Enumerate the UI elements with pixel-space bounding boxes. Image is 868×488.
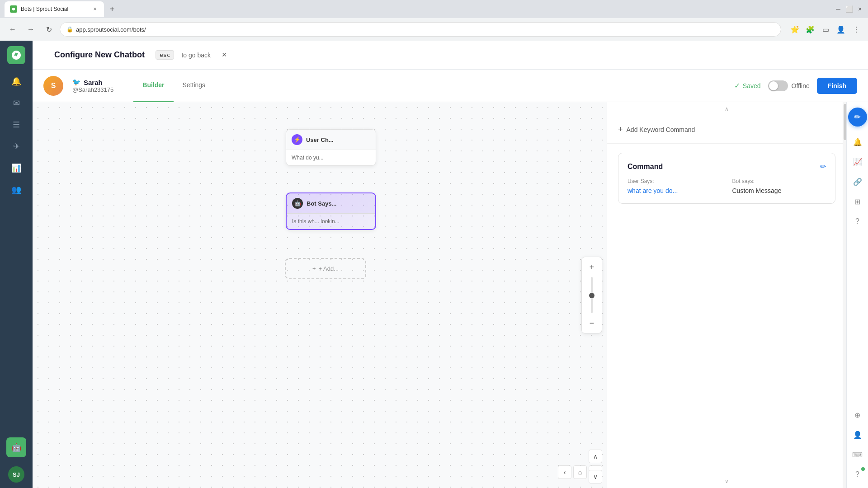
sidebar-item-bots[interactable]: 🤖 [6,437,26,457]
right-toolbar-user-add[interactable]: 👤 [849,427,866,443]
command-title: Command [627,163,663,171]
canvas-nav-prev[interactable]: ‹ [558,465,571,479]
favicon [10,5,17,13]
reload-button[interactable]: ↻ [42,22,56,37]
sidebar-item-publish[interactable]: ✈ [6,136,26,156]
canvas-nav-home[interactable]: ⌂ [573,465,587,479]
forward-button[interactable]: → [24,22,38,37]
add-keyword-label: Add Keyword Command [627,126,695,133]
command-columns: User Says: what are you do... Bot says: … [627,178,826,194]
scrollbar-thumb[interactable] [844,104,846,140]
bot-editor: S 🐦 Sarah @Sarah233175 Builder Settings … [33,70,868,488]
sidebar-item-users[interactable]: 👥 [6,180,26,200]
canvas-nav-up[interactable]: ∧ [589,450,602,463]
bot-info: 🐦 Sarah @Sarah233175 [72,78,113,93]
right-panel-spacer [607,213,846,474]
url-text: app.sproutsocial.com/bots/ [76,26,146,33]
offline-label: Offline [792,82,810,89]
user-says-label: User Says: [627,178,722,184]
bot-says-value: Custom Message [732,187,826,194]
back-button[interactable]: ← [5,22,20,37]
bot-says-node-title: Bot Says... [307,200,336,207]
close-tab-button[interactable]: × [91,5,99,13]
notification-dot [796,25,799,28]
user-choice-node-title: User Ch... [306,136,334,143]
bot-handle: @Sarah233175 [72,86,113,93]
zoom-in-button[interactable]: + [585,261,598,273]
zoom-out-button[interactable]: − [585,317,598,329]
sidebar-item-notifications[interactable]: 🔔 [6,71,26,91]
window-controls: ─ ⬜ × [835,5,863,13]
menu-icon[interactable]: ⋮ [850,23,863,36]
browser-tab[interactable]: Bots | Sprout Social × [5,1,104,17]
right-toolbar-analytics[interactable]: 📈 [849,154,866,170]
side-panel-icon[interactable]: ▭ [819,23,832,36]
twitter-icon: 🐦 [72,78,81,86]
offline-toggle-group: Offline [768,80,810,91]
add-node-placeholder[interactable]: + + Add... [285,258,366,279]
zoom-slider-thumb[interactable] [589,293,594,298]
bot-says-node[interactable]: 🤖 Bot Says... Is this wh... lookin... [286,192,376,230]
right-toolbar: ✏ 🔔 📈 🔗 ⊞ ? ⊕ 👤 ⌨ ? [846,102,868,488]
user-choice-node-body: What do yu... [286,150,376,165]
saved-indicator: ✓ Saved [734,81,761,90]
page-title: Configure New Chatbot [43,41,156,70]
header-actions: ✓ Saved Offline Finish [734,78,857,94]
main-content: Configure New Chatbot esc to go back × S… [33,41,868,488]
toggle-knob [769,81,778,90]
maximize-button[interactable]: ⬜ [845,5,853,13]
node-icon-dark: 🤖 [292,198,303,209]
bot-tabs: Builder Settings [133,70,214,102]
right-toolbar-add[interactable]: ⊕ [849,407,866,423]
right-toolbar-help2-container: ? [849,466,866,483]
sprout-social-logo[interactable] [7,46,25,64]
command-card-header: Command ✏ [627,162,826,171]
tab-settings[interactable]: Settings [174,70,215,102]
scrollbar-track [843,102,846,488]
sidebar-item-analytics[interactable]: 📊 [6,158,26,178]
bot-avatar: S [43,76,63,96]
scroll-down-indicator[interactable]: ∨ [607,474,846,488]
bot-says-node-body: Is this wh... lookin... [287,214,375,229]
edit-command-button[interactable]: ✏ [820,162,826,171]
tab-builder[interactable]: Builder [133,70,173,102]
browser-chrome: Bots | Sprout Social × + ─ ⬜ × ← → ↻ 🔒 a… [0,0,868,41]
canvas-nav-down[interactable]: ∨ [589,470,602,483]
profile-icon[interactable]: 👤 [835,23,847,36]
finish-button[interactable]: Finish [817,78,857,94]
user-says-value: what are you do... [627,187,722,194]
user-says-col: User Says: what are you do... [627,178,722,194]
user-choice-node[interactable]: ⚡ User Ch... What do yu... [286,129,376,166]
close-config-button[interactable]: × [218,49,231,61]
bot-says-col: Bot says: Custom Message [732,178,826,194]
extensions-puzzle-icon[interactable]: 🧩 [804,23,816,36]
minimize-button[interactable]: ─ [835,5,842,13]
right-toolbar-link[interactable]: 🔗 [849,174,866,190]
new-tab-button[interactable]: + [106,3,118,15]
sidebar-item-bookmarks[interactable]: ☰ [6,115,26,135]
header-right: esc to go back × [156,49,231,61]
tab-title: Bots | Sprout Social [21,6,88,12]
extensions-icon[interactable]: ⭐ [788,23,801,36]
app-layout: 🔔 ✉ ☰ ✈ 📊 👥 🤖 SJ Configure New Chatbot e… [0,41,868,488]
lock-icon: 🔒 [66,26,73,33]
left-sidebar: 🔔 ✉ ☰ ✈ 📊 👥 🤖 SJ [0,41,33,488]
right-toolbar-notifications[interactable]: 🔔 [849,134,866,150]
address-bar[interactable]: 🔒 app.sproutsocial.com/bots/ [60,22,781,37]
chat-edit-fab[interactable]: ✏ [848,108,867,127]
right-toolbar-help[interactable]: ? [849,213,866,230]
bot-editor-header: S 🐦 Sarah @Sarah233175 Builder Settings … [33,70,868,102]
saved-check-icon: ✓ [734,81,740,90]
close-window-button[interactable]: × [856,5,863,13]
canvas-area[interactable]: ⚡ User Ch... What do yu... 🤖 Bot Says... [33,102,607,488]
add-keyword-button[interactable]: + Add Keyword Command [618,125,835,134]
offline-toggle[interactable] [768,80,788,91]
sidebar-user-avatar[interactable]: SJ [8,466,24,483]
help-notification-dot [861,467,865,471]
right-toolbar-keyboard[interactable]: ⌨ [849,446,866,463]
right-toolbar-grid[interactable]: ⊞ [849,193,866,210]
scroll-up-indicator[interactable]: ∧ [607,102,846,116]
node-icon-purple: ⚡ [292,134,302,145]
browser-toolbar-icons: ⭐ 🧩 ▭ 👤 ⋮ [788,23,863,36]
sidebar-item-messages[interactable]: ✉ [6,93,26,113]
